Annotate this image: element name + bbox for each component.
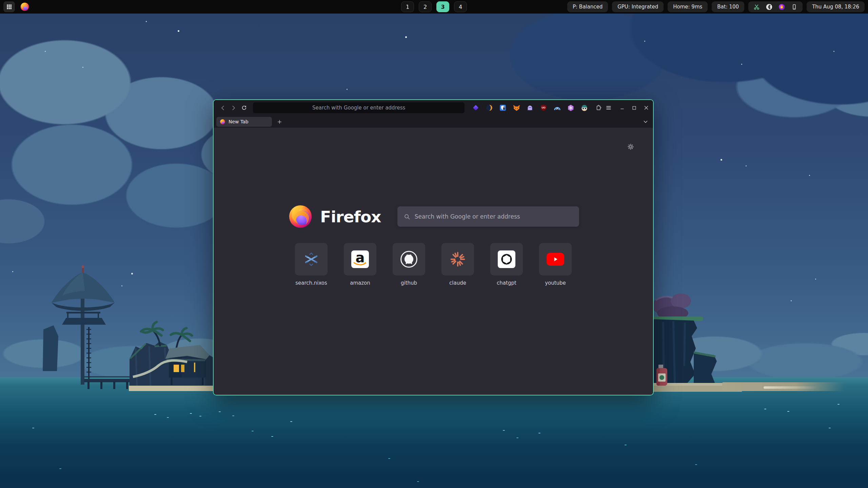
url-bar (253, 102, 465, 113)
flame-icon[interactable] (778, 3, 785, 11)
shortcut-label: amazon (350, 280, 370, 286)
workspace-4[interactable]: 4 (454, 1, 467, 12)
gpu-module: GPU: Integrated (612, 1, 664, 12)
claude-starburst-icon (449, 250, 467, 268)
phone-icon[interactable] (791, 3, 798, 11)
shortcut-chatgpt[interactable]: chatgpt (490, 243, 523, 286)
app-launcher-button[interactable] (3, 1, 15, 12)
nix-hexagon-extension-icon[interactable] (566, 103, 575, 112)
forward-button[interactable] (228, 102, 239, 113)
password-shield-extension-icon[interactable] (498, 103, 507, 112)
gear-icon (627, 143, 635, 151)
battery-module: Bat: 100 (712, 1, 744, 12)
openai-knot-icon (498, 250, 515, 268)
firefox-launcher-button[interactable] (19, 1, 31, 12)
firefox-wordmark: Firefox (320, 207, 381, 226)
vpn-arc-extension-icon[interactable] (553, 103, 561, 112)
hamburger-icon (606, 105, 612, 111)
shortcut-tiles: search.nixos a amazon (214, 243, 653, 286)
power-profile-module: P: Balanced (567, 1, 608, 12)
orange-moon-extension-icon[interactable] (485, 103, 494, 112)
plus-icon (277, 119, 282, 124)
workspace-switcher: 1 2 3 4 (401, 1, 467, 12)
shortcut-label: chatgpt (497, 280, 516, 286)
firefox-hero: Firefox (214, 203, 653, 230)
close-button[interactable] (644, 105, 649, 110)
system-tray (748, 1, 803, 12)
navigation-toolbar: UO (214, 100, 653, 116)
workspace-1[interactable]: 1 (401, 1, 414, 12)
desktop: 1 2 3 4 P: Balanced GPU: Integrated Home… (0, 0, 868, 488)
clock-module: Thu Aug 08, 18:26 (807, 1, 865, 12)
newtab-search-input[interactable] (415, 213, 573, 220)
tab-title: New Tab (229, 119, 249, 124)
tab-new-tab[interactable]: New Tab (216, 117, 272, 127)
app-menu-button[interactable] (604, 102, 614, 113)
ublock-origin-extension-icon[interactable]: UO (539, 103, 548, 112)
amazon-icon: a (351, 250, 369, 268)
purple-diamond-extension-icon[interactable] (471, 103, 480, 112)
shortcut-label: youtube (545, 280, 566, 286)
firefox-window: UO (213, 99, 654, 395)
workspace-2[interactable]: 2 (419, 1, 432, 12)
new-tab-page: Firefox (214, 128, 653, 395)
youtube-play-icon (547, 253, 564, 266)
list-all-tabs-button[interactable] (641, 117, 650, 126)
shortcut-youtube[interactable]: youtube (539, 243, 572, 286)
firefox-logo-large (288, 204, 313, 229)
bluetooth-icon[interactable] (766, 3, 773, 11)
top-status-bar: 1 2 3 4 P: Balanced GPU: Integrated Home… (0, 0, 868, 14)
firefox-favicon (220, 119, 225, 125)
surf-line (764, 386, 818, 389)
tab-bar: New Tab (214, 116, 653, 128)
shortcut-label: claude (449, 280, 466, 286)
reload-button[interactable] (239, 102, 250, 113)
ping-module: Home: 9ms (668, 1, 708, 12)
shortcut-search-nixos[interactable]: search.nixos (295, 243, 328, 286)
nixos-snowflake-icon (302, 250, 320, 268)
ublock-letters: UO (542, 106, 546, 109)
ghostery-ghost-extension-icon[interactable] (526, 103, 534, 112)
github-octocat-icon (399, 250, 418, 269)
chevron-down-icon (643, 119, 648, 124)
shortcut-label: github (401, 280, 417, 286)
extensions-puzzle-button[interactable] (593, 102, 603, 113)
firefox-icon (20, 2, 29, 12)
topbar-left (3, 1, 31, 12)
window-controls (619, 105, 649, 110)
extension-icons: UO (471, 103, 589, 112)
new-tab-button[interactable] (275, 117, 284, 126)
cliff-island-art (654, 285, 742, 396)
personalize-button[interactable] (625, 141, 636, 152)
workspace-3-active[interactable]: 3 (436, 1, 449, 12)
search-icon (403, 213, 411, 220)
shortcut-claude[interactable]: claude (441, 243, 474, 286)
minimize-button[interactable] (619, 105, 625, 110)
shortcut-amazon[interactable]: a amazon (344, 243, 376, 286)
maximize-button[interactable] (632, 105, 637, 110)
metamask-fox-extension-icon[interactable] (512, 103, 521, 112)
scissors-icon[interactable] (753, 3, 760, 11)
shortcut-github[interactable]: github (393, 243, 425, 286)
url-input[interactable] (253, 102, 465, 113)
spy-face-extension-icon[interactable] (580, 103, 589, 112)
back-button[interactable] (218, 102, 228, 113)
newtab-search-bar (397, 206, 579, 227)
shortcut-label: search.nixos (295, 280, 327, 286)
watchtower-island-art (34, 258, 224, 396)
topbar-right: P: Balanced GPU: Integrated Home: 9ms Ba… (567, 1, 865, 12)
app-grid-icon (6, 3, 13, 10)
